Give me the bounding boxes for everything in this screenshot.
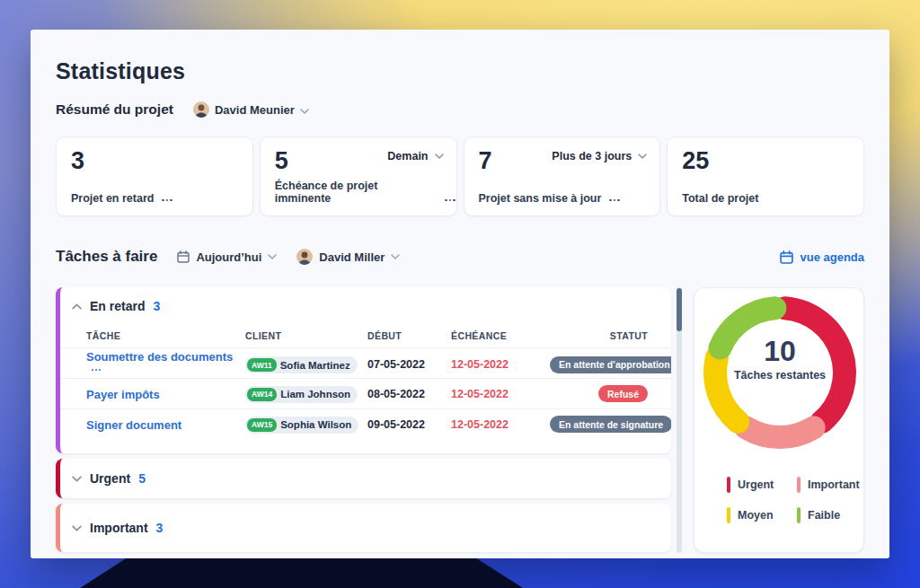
task-link[interactable]: Soumettre des documents bbox=[86, 350, 233, 364]
section-header[interactable]: En retard 3 bbox=[60, 287, 671, 313]
legend-item-important: Important bbox=[797, 477, 867, 493]
agenda-view-link[interactable]: vue agenda bbox=[780, 250, 864, 264]
due-date: 12-05-2022 bbox=[451, 418, 550, 431]
stat-card-late-projects: 3 Projet en retard bbox=[56, 136, 253, 216]
summary-label: Résumé du projet bbox=[56, 101, 173, 118]
table-header-row: TÂCHE CLIENT DÉBUT ÉCHÉANCE STATUT bbox=[60, 324, 671, 347]
table-row: Payer impôts AW14Liam Johnson 08-05-2022… bbox=[60, 378, 671, 408]
section-urgent: Urgent 5 bbox=[56, 459, 671, 498]
chevron-down-icon bbox=[268, 254, 277, 259]
section-title: En retard bbox=[90, 299, 145, 313]
tasks-title: Tâches à faire bbox=[56, 248, 157, 266]
donut-chart: 10 Tâches restantes bbox=[694, 288, 865, 459]
start-date: 08-05-2022 bbox=[367, 388, 451, 400]
stat-value: 3 bbox=[71, 148, 238, 175]
col-header-echeance: ÉCHÉANCE bbox=[451, 330, 550, 341]
task-link[interactable]: Payer impôts bbox=[86, 388, 160, 401]
stat-dropdown[interactable]: Demain bbox=[387, 150, 443, 162]
start-date: 07-05-2022 bbox=[367, 358, 451, 371]
stat-value: 25 bbox=[682, 148, 849, 175]
section-count: 3 bbox=[156, 521, 164, 535]
chevron-down-icon bbox=[638, 154, 647, 159]
avatar bbox=[193, 101, 209, 118]
donut-segment-faible bbox=[720, 308, 774, 347]
scrollbar-track[interactable] bbox=[677, 287, 682, 553]
chevron-down-icon bbox=[72, 525, 82, 531]
owner-select[interactable]: David Meunier bbox=[193, 101, 309, 118]
client-chip[interactable]: AW11Sofia Martinez bbox=[245, 356, 358, 373]
start-date: 09-05-2022 bbox=[367, 418, 451, 431]
status-badge: Refusé bbox=[598, 385, 648, 402]
col-header-debut: DÉBUT bbox=[367, 330, 451, 341]
client-code-badge: AW15 bbox=[247, 418, 277, 432]
table-row: Soumettre des documents AW11Sofia Martin… bbox=[60, 347, 671, 378]
donut-segment-important bbox=[746, 427, 813, 437]
legend-marker bbox=[797, 507, 801, 523]
calendar-icon bbox=[177, 250, 190, 263]
section-header[interactable]: Important 3 bbox=[60, 504, 671, 552]
stat-card-imminent-deadline: 5 Demain Échéance de projet imminente bbox=[260, 136, 457, 216]
donut-segment-urgent bbox=[785, 308, 845, 422]
page-title: Statistiques bbox=[56, 58, 185, 84]
client-code-badge: AW11 bbox=[247, 358, 277, 372]
more-dots-icon[interactable] bbox=[91, 369, 102, 371]
section-en-retard: En retard 3 TÂCHE CLIENT DÉBUT ÉCHÉANCE … bbox=[56, 287, 671, 453]
due-date: 12-05-2022 bbox=[451, 388, 550, 400]
tasks-header-row: Tâches à faire Aujourd’hui David Miller … bbox=[56, 248, 864, 266]
legend-marker bbox=[797, 477, 801, 493]
client-code-badge: AW14 bbox=[247, 388, 277, 401]
chart-legend: Urgent Important Moyen Faible bbox=[727, 477, 867, 523]
stat-label: Échéance de projet imminente bbox=[275, 180, 437, 205]
section-count: 3 bbox=[153, 299, 160, 313]
assignee-filter-select[interactable]: David Miller bbox=[296, 249, 400, 265]
stat-cards-row: 3 Projet en retard 5 Demain Échéance de … bbox=[56, 136, 864, 216]
remaining-tasks-chart-card: 10 Tâches restantes Urgent Important Moy… bbox=[694, 287, 864, 553]
legend-marker bbox=[727, 477, 730, 493]
chevron-down-icon bbox=[435, 154, 444, 159]
more-dots-icon[interactable] bbox=[444, 199, 456, 202]
chevron-down-icon bbox=[72, 476, 82, 482]
stat-card-total-projects: 25 Total de projet bbox=[667, 136, 864, 216]
donut-segment-moyen bbox=[715, 357, 738, 422]
scrollbar-thumb[interactable] bbox=[677, 288, 682, 331]
section-count: 5 bbox=[138, 471, 146, 486]
stat-dropdown[interactable]: Plus de 3 jours bbox=[552, 150, 647, 162]
due-date: 12-05-2022 bbox=[451, 358, 550, 371]
status-badge: En attente de signature bbox=[550, 416, 671, 433]
client-chip[interactable]: AW14Liam Johnson bbox=[245, 386, 358, 403]
legend-item-faible: Faible bbox=[797, 507, 867, 523]
owner-name: David Meunier bbox=[215, 103, 295, 117]
task-table: TÂCHE CLIENT DÉBUT ÉCHÉANCE STATUT Soume… bbox=[60, 324, 671, 439]
project-summary-row: Résumé du projet David Meunier bbox=[56, 101, 309, 118]
task-list: En retard 3 TÂCHE CLIENT DÉBUT ÉCHÉANCE … bbox=[56, 287, 671, 552]
table-row: Signer document AW15Sophia Wilson 09-05-… bbox=[60, 408, 671, 439]
task-link[interactable]: Signer document bbox=[86, 418, 181, 432]
avatar bbox=[296, 249, 313, 265]
col-header-tache: TÂCHE bbox=[86, 330, 245, 341]
stat-card-no-update: 7 Plus de 3 jours Projet sans mise à jou… bbox=[464, 136, 661, 216]
col-header-statut: STATUT bbox=[550, 330, 648, 341]
section-header[interactable]: Urgent 5 bbox=[60, 459, 671, 498]
chevron-down-icon bbox=[300, 101, 309, 118]
section-important: Important 3 bbox=[56, 504, 671, 552]
more-dots-icon[interactable] bbox=[608, 199, 621, 202]
section-title: Urgent bbox=[90, 471, 130, 486]
legend-item-moyen: Moyen bbox=[727, 507, 797, 523]
stat-label: Projet en retard bbox=[71, 192, 154, 205]
stat-label: Projet sans mise à jour bbox=[479, 192, 602, 205]
col-header-client: CLIENT bbox=[245, 330, 367, 341]
section-title: Important bbox=[90, 521, 148, 535]
chevron-down-icon bbox=[391, 254, 400, 259]
status-badge: En attente d’approbation bbox=[550, 356, 671, 373]
legend-item-urgent: Urgent bbox=[727, 477, 797, 493]
chevron-up-icon bbox=[72, 303, 82, 310]
date-filter-select[interactable]: Aujourd’hui bbox=[177, 250, 277, 264]
more-dots-icon[interactable] bbox=[161, 199, 173, 202]
calendar-icon bbox=[780, 250, 793, 264]
legend-marker bbox=[727, 507, 730, 523]
client-chip[interactable]: AW15Sophia Wilson bbox=[245, 417, 358, 434]
stat-label: Total de projet bbox=[682, 192, 758, 205]
dashboard-window: Statistiques Résumé du projet David Meun… bbox=[31, 30, 889, 558]
